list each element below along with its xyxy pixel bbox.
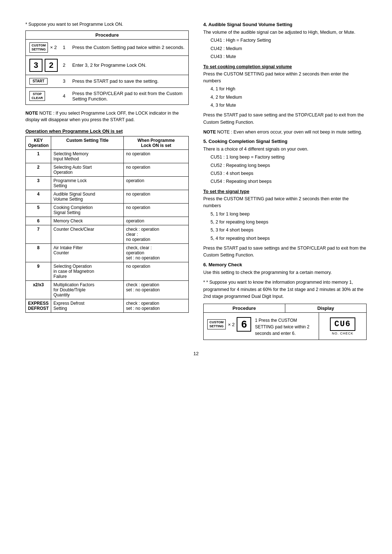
table-cell-1-0: 2	[26, 163, 51, 177]
proc-box2-left: CUSTOMSETTING × 2 6 1 Press the CUSTOM S…	[204, 313, 319, 340]
s6-note-text: * Suppose you want to know the informati…	[203, 280, 363, 299]
procedure-box: Procedure CUSTOMSETTING × 2 1 Press the …	[25, 30, 189, 105]
s6-intro: Use this setting to check the programmin…	[203, 269, 367, 276]
table-cell-7-1: Air Intake FilterCounter	[51, 244, 124, 262]
table-row: 8Air Intake FilterCountercheck, clear :o…	[26, 244, 189, 262]
s4-note: NOTE NOTE : Even when errors occur, your…	[203, 129, 367, 136]
table-cell-9-0: x2/x3	[26, 281, 51, 299]
table-cell-3-2: no operation	[124, 190, 189, 204]
table-row: x2/x3Multiplication Factorsfor Double/Tr…	[26, 281, 189, 299]
display-text: CU6	[334, 320, 351, 329]
proc-box2-step-num: 1	[255, 318, 257, 323]
table-row: 1Selecting MemoryInput Methodno operatio…	[26, 150, 189, 163]
s5-intro: There is a choice of 4 different signals…	[203, 146, 367, 153]
proc-box2-icon: CUSTOMSETTING × 2 6	[207, 317, 251, 332]
section-6: 6. Memory Check Use this setting to chec…	[203, 262, 367, 340]
proc-icon-4: STOPCLEAR	[29, 91, 58, 101]
table-cell-3-1: Audible Signal SoundVolume Setting	[51, 190, 124, 204]
table-row: 6Memory Checkoperation	[26, 217, 189, 225]
proc-text-1: Press the Custom Setting pad twice withi…	[72, 45, 185, 50]
table-cell-9-1: Multiplication Factorsfor Double/TripleQ…	[51, 281, 124, 299]
proc-text-3: Press the START pad to save the setting.	[72, 78, 185, 84]
s4-note-text: NOTE : Even when errors occur, your oven…	[217, 130, 362, 135]
table-cell-0-1: Selecting MemoryInput Method	[51, 150, 124, 163]
proc-box2-body: CUSTOMSETTING × 2 6 1 Press the CUSTOM S…	[204, 313, 366, 340]
digit-6: 6	[237, 317, 251, 332]
table-cell-0-0: 1	[26, 150, 51, 163]
procedure-header: Procedure	[26, 31, 188, 40]
table-cell-5-1: Memory Check	[51, 217, 124, 225]
s5-subsection-title: To set the signal type	[203, 189, 367, 194]
table-cell-4-1: Cooking CompletionSignal Setting	[51, 204, 124, 217]
left-column: * Suppose you want to set Programme Lock…	[25, 22, 189, 340]
table-cell-1-2: no operation	[124, 163, 189, 177]
s5-sub-intro: Press the CUSTOM SETTING pad twice withi…	[203, 196, 367, 210]
col-header-when: When ProgrammeLock ON is set	[124, 136, 189, 150]
proc-box2-header: Procedure Display	[204, 304, 366, 313]
procedure-row-2: 3 2 2 Enter 3, 2 for Programme Lock ON.	[26, 56, 188, 75]
table-header-row: KEYOperation Custom Setting Title When P…	[26, 136, 189, 150]
proc-box2-step-text: 1 Press the CUSTOM SETTING pad twice wit…	[255, 317, 315, 337]
s5-sub-item-3: 5, 3 for 4 short beeps	[211, 227, 367, 234]
s4-sub-item-3: 4, 3 for Mute	[211, 102, 367, 109]
procedure-row-1: CUSTOMSETTING × 2 1 Press the Custom Set…	[26, 40, 188, 56]
table-cell-5-2: operation	[124, 217, 189, 225]
table-cell-7-2: check, clear :operationset : no operatio…	[124, 244, 189, 262]
table-row: 2Selecting Auto StartOperationno operati…	[26, 163, 189, 177]
table-cell-10-1: Express DefrostSetting	[51, 299, 124, 313]
proc-step-3: 3	[63, 78, 68, 84]
table-cell-8-2: no operation	[124, 262, 189, 281]
digit-3: 3	[29, 59, 42, 72]
table-cell-6-1: Counter Check/Clear	[51, 225, 124, 244]
proc-step-2: 2	[63, 62, 68, 68]
table-cell-0-2: no operation	[124, 150, 189, 163]
table-row: 3Programme LockSettingoperation	[26, 177, 189, 190]
table-cell-10-0: EXPRESSDEFROST	[26, 299, 51, 313]
section-5-title: 5. Cooking Completion Signal Setting	[203, 139, 367, 144]
table-cell-4-2: no operation	[124, 204, 189, 217]
display-sub: NO. CHECK	[330, 332, 355, 335]
display-box: CU6	[330, 317, 355, 331]
table-row: 9Selecting Operationin case of Magnetron…	[26, 262, 189, 281]
s4-item-2: CU42 : Medium	[211, 45, 367, 52]
proc-box2-right: CU6 NO. CHECK	[319, 313, 366, 340]
s4-subsection-title: To set cooking completion signal volume	[203, 64, 367, 69]
page-number: 12	[25, 351, 367, 356]
section-5: 5. Cooking Completion Signal Setting The…	[203, 139, 367, 259]
memory-check-proc-box: Procedure Display CUSTOMSETTING × 2 6	[203, 304, 367, 340]
proc-icon-2: 3 2	[29, 59, 58, 72]
s5-sub-item-2: 5, 2 for repeating long beeps	[211, 219, 367, 226]
s4-item-1: CU41 : High = Factory Setting	[211, 37, 367, 44]
s5-sub-item-4: 5, 4 for repeating short beeps	[211, 235, 367, 242]
proc-box2-step-body: Press the CUSTOM SETTING pad twice withi…	[255, 318, 309, 336]
table-row: 5Cooking CompletionSignal Settingno oper…	[26, 204, 189, 217]
proc-icon-3: START	[29, 78, 58, 85]
s5-subsection-body: Press the CUSTOM SETTING pad twice withi…	[203, 196, 367, 242]
operation-table: KEYOperation Custom Setting Title When P…	[25, 136, 189, 313]
s4-sub-item-1: 4, 1 for High	[211, 86, 367, 93]
note-top: * Suppose you want to set Programme Lock…	[25, 22, 189, 27]
page-content: * Suppose you want to set Programme Lock…	[25, 22, 367, 356]
s5-sub-item-1: 5, 1 for 1 long beep	[211, 211, 367, 218]
proc-box2-header-display: Display	[285, 304, 367, 312]
proc-step-4: 4	[63, 93, 68, 99]
table-row: 7Counter Check/Clearcheck : operationcle…	[26, 225, 189, 244]
right-column: 4. Audible Signal Sound Volume Setting T…	[203, 22, 367, 340]
procedure-row-3: START 3 Press the START pad to save the …	[26, 75, 188, 88]
s5-item-4: CU54 : Repeating short beeps	[211, 178, 367, 185]
section-5-body: There is a choice of 4 different signals…	[203, 146, 367, 185]
section-4: 4. Audible Signal Sound Volume Setting T…	[203, 22, 367, 136]
note-lock-block: NOTE NOTE : If you select Programme Lock…	[25, 110, 189, 124]
col-header-key: KEYOperation	[26, 136, 51, 150]
s4-sub-item-2: 4, 2 for Medium	[211, 94, 367, 101]
table-cell-5-0: 6	[26, 217, 51, 225]
start-button: START	[29, 78, 48, 85]
section-4-intro: The volume of the audible signal can be …	[203, 29, 367, 36]
table-cell-10-2: check : operationset : no operation	[124, 299, 189, 313]
procedure-row-4: STOPCLEAR 4 Press the STOP/CLEAR pad to …	[26, 88, 188, 104]
s5-item-2: CU52 : Repeating long beeps	[211, 162, 367, 169]
s4-item-3: CU43 : Mute	[211, 53, 367, 60]
digit-2: 2	[45, 59, 58, 72]
s4-sub-intro: Press the CUSTOM SETTING pad twice withi…	[203, 71, 367, 85]
s5-item-3: CU53 : 4 short beeps	[211, 170, 367, 177]
